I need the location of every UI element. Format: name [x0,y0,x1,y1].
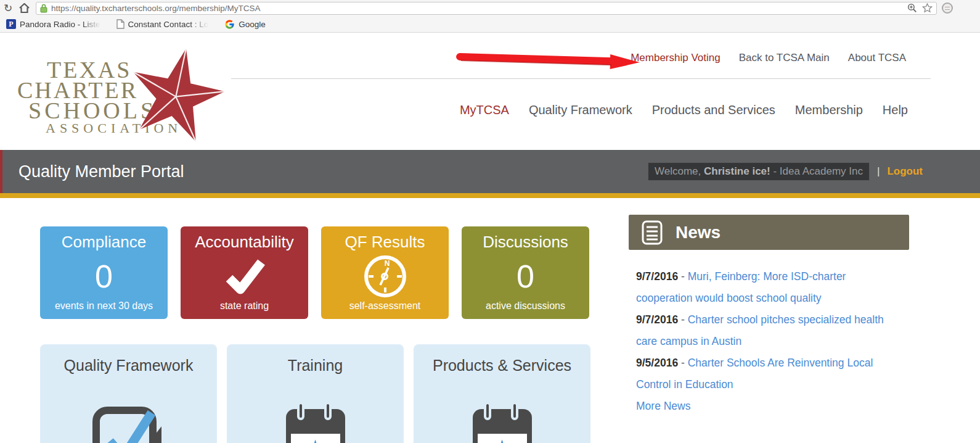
more-news-link[interactable]: More News [636,395,903,417]
zoom-icon[interactable] [907,3,917,13]
nav-about-tcsa[interactable]: About TCSA [848,52,906,64]
reload-icon[interactable]: ↻ [0,1,16,15]
header-divider [231,78,931,79]
tile-title: Quality Framework [40,357,217,375]
pandora-icon: P [6,19,16,29]
tile-title: QF Results [345,233,425,252]
left-edge-sliver [0,150,2,198]
news-item: 9/7/2016 - Muri, Feinberg: More ISD-char… [636,266,903,309]
tab-help[interactable]: Help [883,103,908,117]
tile-title: Accountability [195,233,293,252]
bookmark-pandora[interactable]: P Pandora Radio - Liste [6,19,100,29]
tile-qf-results[interactable]: QF Results N self-assessment [321,226,449,319]
nav-membership-voting[interactable]: Membership Voting [631,52,721,64]
tab-membership[interactable]: Membership [795,103,863,117]
url-text: https://quality.txcharterschools.org/mem… [51,4,907,13]
tile-accountability[interactable]: Accountability state rating [181,226,308,319]
discussions-count: 0 [517,260,534,292]
bookmark-label: Pandora Radio - Liste [20,20,100,29]
clipboard-check-icon [89,402,169,443]
gold-accent-bar [0,193,980,198]
browser-toolbar: ↻ https://quality.txcharterschools.org/m… [0,0,980,16]
bookmark-star-icon[interactable] [922,3,933,13]
bookmark-google[interactable]: Google [224,19,266,30]
portal-banner: Quality Member Portal Welcome, Christine… [0,150,980,193]
news-date: 9/5/2016 [636,357,678,369]
calendar-star-icon: ★ [473,402,532,443]
tile-products-services[interactable]: Products & Services ★ [414,344,590,443]
browser-extension-icon[interactable] [942,2,953,14]
tile-quality-framework[interactable]: Quality Framework [40,344,217,443]
user-name: Christine ice! [704,165,770,177]
tile-discussions[interactable]: Discussions 0 active discussions [462,226,589,319]
tile-title: Compliance [62,233,146,252]
compliance-count: 0 [95,260,113,292]
tab-products-and-services[interactable]: Products and Services [652,103,775,117]
padlock-icon [40,4,47,13]
compass-icon: N [362,253,409,300]
nav-back-to-tcsa-main[interactable]: Back to TCSA Main [739,52,830,64]
bookmarks-bar: P Pandora Radio - Liste Constant Contact… [0,16,980,33]
tile-training[interactable]: Training ★ [227,344,404,443]
bookmark-label: Google [239,20,266,29]
svg-text:N: N [384,259,390,268]
tcsa-logo[interactable]: TEXAS CHARTER SCHOOLS ASSOCIATION [17,45,251,147]
bookmark-constant-contact[interactable]: Constant Contact : Lo [116,19,209,29]
news-icon [641,220,663,246]
link-tile-row: Quality Framework Training ★ Products & … [40,344,590,443]
news-panel: News 9/7/2016 - Muri, Feinberg: More ISD… [629,215,909,417]
tab-quality-framework[interactable]: Quality Framework [529,103,632,117]
logout-link[interactable]: Logout [887,165,923,178]
news-header: News [629,215,909,250]
tile-compliance[interactable]: Compliance 0 events in next 30 days [40,226,168,319]
tile-caption: events in next 30 days [55,300,153,312]
news-list: 9/7/2016 - Muri, Feinberg: More ISD-char… [629,250,909,417]
home-icon[interactable] [16,1,32,15]
bookmark-label: Constant Contact : Lo [128,20,209,29]
welcome-message: Welcome, Christine ice! - Idea Academy I… [648,162,870,181]
tile-title: Training [227,357,404,375]
page-title: Quality Member Portal [18,162,184,181]
stat-tile-row: Compliance 0 events in next 30 days Acco… [40,226,589,319]
calendar-star-icon: ★ [286,402,345,443]
main-nav: MyTCSA Quality Framework Products and Se… [460,103,908,117]
star-icon [118,35,235,155]
checkmark-icon [224,259,265,294]
tile-caption: state rating [220,300,269,312]
tile-title: Products & Services [414,357,590,375]
separator: | [877,165,880,178]
utility-nav: Membership Voting Back to TCSA Main Abou… [631,52,906,64]
address-bar[interactable]: https://quality.txcharterschools.org/mem… [36,2,937,15]
news-item: 9/7/2016 - Charter school pitches specia… [636,309,903,352]
tile-caption: self-assessment [349,300,421,312]
page-icon [116,19,125,29]
google-icon [224,19,235,30]
news-title: News [676,223,721,242]
news-date: 9/7/2016 [636,270,678,283]
news-date: 9/7/2016 [636,313,678,326]
tab-mytcsa[interactable]: MyTCSA [460,103,509,117]
tile-caption: active discussions [486,300,565,312]
news-item: 9/5/2016 - Charter Schools Are Reinventi… [636,352,903,395]
tile-title: Discussions [483,233,568,252]
